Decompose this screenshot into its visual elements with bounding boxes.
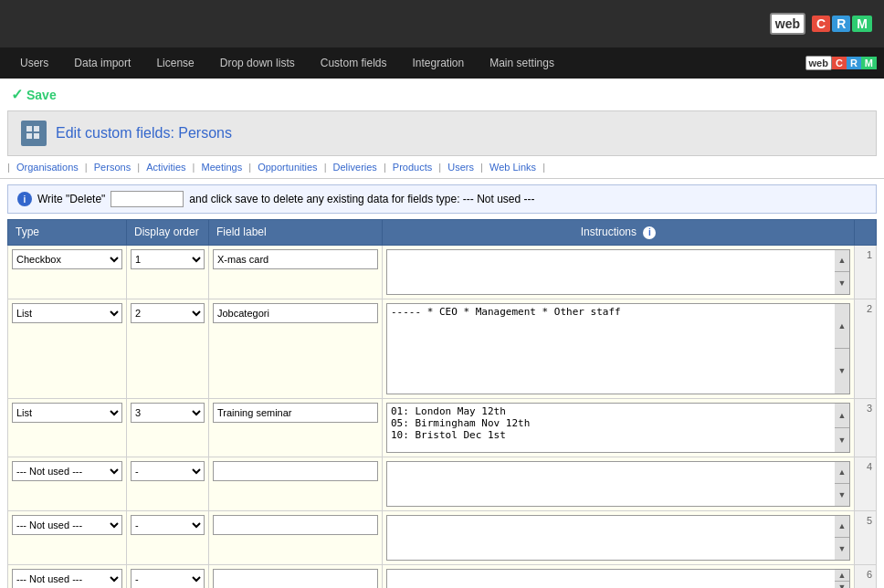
row-number: 4 (855, 457, 877, 510)
instructions-cell: ▲▼ (383, 510, 855, 564)
row-number: 3 (855, 398, 877, 457)
info-after: and click save to delete any existing da… (189, 193, 534, 205)
scroll-down-5[interactable]: ▼ (835, 538, 849, 560)
subtab-deliveries[interactable]: Deliveries (330, 162, 381, 173)
scroll-up-3[interactable]: ▲ (835, 404, 849, 428)
order-select-2[interactable]: 123456- (131, 303, 205, 323)
svg-rect-1 (34, 126, 39, 131)
delete-input[interactable] (110, 191, 184, 207)
scroll-up-2[interactable]: ▲ (835, 304, 849, 350)
top-bar: web C R M (0, 0, 884, 47)
row-number: 1 (855, 245, 877, 299)
type-cell: CheckboxListText--- Not used --- (8, 245, 127, 299)
info-before: Write "Delete" (37, 193, 105, 205)
nav-logo-r: R (847, 57, 861, 69)
instructions-cell: ▲▼ (383, 245, 855, 299)
order-select-4[interactable]: 123456- (131, 461, 205, 481)
subtab-activities[interactable]: Activities (142, 162, 189, 173)
order-cell: 123456- (127, 398, 209, 457)
instructions-textarea-3[interactable] (386, 403, 835, 453)
nav-users[interactable]: Users (7, 47, 61, 79)
custom-fields-table: Type Display order Field label Instructi… (7, 219, 877, 588)
th-type: Type (8, 220, 127, 246)
save-button[interactable]: ✓ Save (11, 86, 873, 103)
instructions-textarea-6[interactable] (386, 569, 835, 589)
order-select-1[interactable]: 123456- (131, 249, 205, 269)
type-select-1[interactable]: CheckboxListText--- Not used --- (12, 249, 122, 269)
instructions-textarea-1[interactable] (386, 249, 835, 295)
label-cell (209, 398, 383, 457)
type-select-6[interactable]: CheckboxListText--- Not used --- (12, 569, 122, 589)
type-select-4[interactable]: CheckboxListText--- Not used --- (12, 461, 122, 481)
subtab-web-links[interactable]: Web Links (486, 162, 540, 173)
order-cell: 123456- (127, 299, 209, 398)
instructions-textarea-5[interactable] (386, 515, 835, 561)
type-cell: CheckboxListText--- Not used --- (8, 510, 127, 564)
scroll-up-4[interactable]: ▲ (835, 462, 849, 485)
row-number: 6 (855, 564, 877, 588)
order-select-3[interactable]: 123456- (131, 403, 205, 423)
svg-rect-0 (26, 126, 32, 131)
order-select-6[interactable]: 123456- (131, 569, 205, 589)
label-input-5[interactable] (213, 515, 378, 535)
subtab-users[interactable]: Users (444, 162, 478, 173)
scroll-down-6[interactable]: ▼ (835, 582, 849, 588)
nav-custom-fields[interactable]: Custom fields (308, 47, 400, 79)
scroll-up-6[interactable]: ▲ (835, 570, 849, 583)
label-input-3[interactable] (213, 403, 378, 423)
order-cell: 123456- (127, 245, 209, 299)
order-cell: 123456- (127, 457, 209, 510)
type-select-5[interactable]: CheckboxListText--- Not used --- (12, 515, 122, 535)
nav-logo-c: C (832, 57, 847, 69)
nav-integration[interactable]: Integration (399, 47, 477, 79)
table-row: CheckboxListText--- Not used ---123456-▲… (8, 398, 877, 457)
instructions-textarea-2[interactable] (386, 303, 835, 394)
nav-main-settings[interactable]: Main settings (477, 47, 567, 79)
subtab-meetings[interactable]: Meetings (198, 162, 247, 173)
scroll-up-1[interactable]: ▲ (835, 250, 849, 273)
table-row: CheckboxListText--- Not used ---123456-▲… (8, 245, 877, 299)
order-cell: 123456- (127, 510, 209, 564)
instructions-textarea-4[interactable] (386, 461, 835, 507)
nav-bar: Users Data import License Drop down list… (0, 47, 884, 79)
scroll-down-1[interactable]: ▼ (835, 272, 849, 294)
label-input-4[interactable] (213, 461, 378, 481)
table-row: CheckboxListText--- Not used ---123456-▲… (8, 564, 877, 588)
order-select-5[interactable]: 123456- (131, 515, 205, 535)
save-label: Save (26, 88, 57, 102)
th-instructions: Instructions i (383, 220, 855, 246)
subtab-products[interactable]: Products (389, 162, 436, 173)
subtab-persons[interactable]: Persons (90, 162, 134, 173)
nav-drop-down-lists[interactable]: Drop down lists (207, 47, 308, 79)
info-row: i Write "Delete" and click save to delet… (7, 184, 877, 214)
type-cell: CheckboxListText--- Not used --- (8, 299, 127, 398)
table-row: CheckboxListText--- Not used ---123456-▲… (8, 457, 877, 510)
table-row: CheckboxListText--- Not used ---123456-▲… (8, 299, 877, 398)
type-select-2[interactable]: CheckboxListText--- Not used --- (12, 303, 122, 323)
scroll-up-5[interactable]: ▲ (835, 516, 849, 539)
nav-logo-web: web (805, 56, 832, 70)
instructions-cell: ▲▼ (383, 398, 855, 457)
nav-license[interactable]: License (143, 47, 206, 79)
instructions-cell: ▲▼ (383, 457, 855, 510)
scroll-down-2[interactable]: ▼ (835, 349, 849, 394)
subtab-opportunities[interactable]: Opportunities (254, 162, 321, 173)
scroll-down-3[interactable]: ▼ (835, 428, 849, 452)
edit-title-prefix: Edit custom fields: (56, 125, 178, 141)
scroll-down-4[interactable]: ▼ (835, 484, 849, 506)
type-select-3[interactable]: CheckboxListText--- Not used --- (12, 403, 122, 423)
label-input-2[interactable] (213, 303, 378, 323)
row-number: 2 (855, 299, 877, 398)
instructions-cell: ▲▼ (383, 299, 855, 398)
th-display-order: Display order (127, 220, 209, 246)
subtab-organisations[interactable]: Organisations (13, 162, 82, 173)
nav-data-import[interactable]: Data import (61, 47, 143, 79)
order-cell: 123456- (127, 564, 209, 588)
save-bar: ✓ Save (0, 79, 884, 110)
table-row: CheckboxListText--- Not used ---123456-▲… (8, 510, 877, 564)
label-input-1[interactable] (213, 249, 378, 269)
edit-header: Edit custom fields: Persons (7, 110, 877, 156)
logo-m: M (852, 16, 872, 32)
label-cell (209, 510, 383, 564)
label-input-6[interactable] (213, 569, 378, 589)
